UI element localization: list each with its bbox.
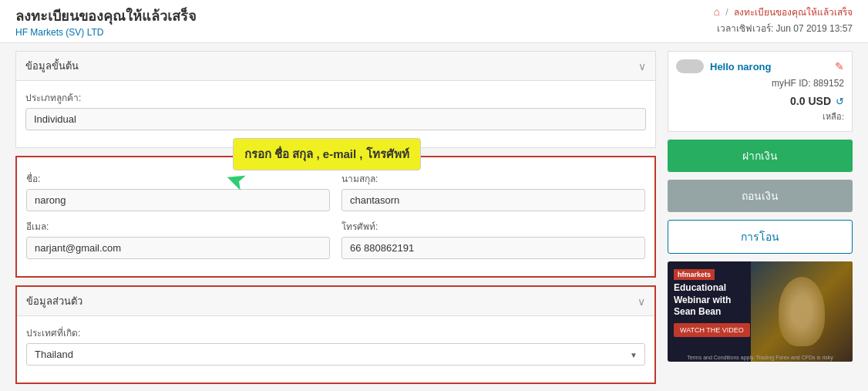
contact-row: อีเมล: โทรศัพท์:: [26, 219, 645, 267]
basic-info-chevron[interactable]: ∨: [638, 60, 646, 72]
ad-person-image: [779, 277, 825, 346]
phone-label: โทรศัพท์:: [341, 219, 645, 234]
form-area: ข้อมูลขั้นต้น ∨ ประเภทลูกค้า: กรอก ชื่อ …: [15, 51, 656, 391]
balance-row: 0.0 USD ↺: [676, 95, 844, 107]
user-greeting: Hello narong: [704, 61, 835, 72]
personal-info-body: ประเทศที่เกิด: Thailand Other: [17, 316, 654, 383]
phone-group: โทรศัพท์:: [341, 219, 645, 259]
name-row: ชื่อ: นามสกุล:: [26, 171, 645, 219]
first-name-col: ชื่อ:: [26, 171, 330, 219]
ad-image-area: [751, 261, 853, 362]
page-title: ลงทะเบียนของคุณให้แล้วเสร็จ: [15, 5, 197, 27]
first-name-group: ชื่อ:: [26, 171, 330, 211]
basic-info-title: ข้อมูลขั้นต้น: [25, 58, 79, 74]
ad-banner: hfmarkets Educational Webinar with Sean …: [668, 261, 853, 362]
last-name-col: นามสกุล:: [341, 171, 645, 219]
personal-details-body: ชื่อ: นามสกุล:: [17, 157, 654, 276]
client-type-group: ประเภทลูกค้า:: [25, 90, 646, 130]
withdraw-button[interactable]: ถอนเงิน: [668, 180, 853, 212]
personal-info-header: ข้อมูลส่วนตัว ∨: [17, 287, 654, 316]
personal-info-chevron[interactable]: ∨: [638, 295, 645, 308]
email-group: อีเมล:: [26, 219, 330, 259]
sidebar: Hello narong ✎ myHF ID: 889152 0.0 USD ↺…: [668, 51, 853, 391]
email-label: อีเมล:: [26, 219, 330, 234]
breadcrumb-text: ลงทะเบียนของคุณให้แล้วเสร็จ: [734, 7, 853, 18]
top-bar: ลงทะเบียนของคุณให้แล้วเสร็จ HF Markets (…: [0, 0, 868, 43]
edit-icon[interactable]: ✎: [835, 60, 844, 72]
breadcrumb-separator: /: [725, 7, 728, 18]
email-col: อีเมล:: [26, 219, 330, 267]
first-name-label: ชื่อ:: [26, 171, 330, 186]
top-bar-right: ⌂ / ลงทะเบียนของคุณให้แล้วเสร็จ เวลาเซิฟ…: [714, 5, 853, 35]
remaining-label: เหลือ:: [676, 110, 844, 123]
basic-info-header: ข้อมูลขั้นต้น ∨: [16, 52, 655, 81]
timestamp: เวลาเซิฟเวอร์: Jun 07 2019 13:57: [714, 21, 853, 35]
country-label: ประเทศที่เกิด:: [26, 325, 645, 340]
hello-text: Hello: [710, 61, 735, 72]
basic-info-body: ประเภทลูกค้า:: [16, 81, 655, 147]
first-name-input[interactable]: [26, 189, 330, 211]
breadcrumb: ⌂ / ลงทะเบียนของคุณให้แล้วเสร็จ: [714, 5, 853, 19]
personal-info-section: ข้อมูลส่วนตัว ∨ ประเทศที่เกิด: Thailand …: [15, 285, 656, 384]
refresh-icon[interactable]: ↺: [836, 96, 844, 107]
email-input[interactable]: [26, 237, 330, 259]
home-icon[interactable]: ⌂: [714, 5, 720, 18]
hf-id: myHF ID: 889152: [676, 78, 844, 89]
personal-info-title: ข้อมูลส่วนตัว: [26, 293, 82, 309]
user-info-box: Hello narong ✎ myHF ID: 889152 0.0 USD ↺…: [668, 51, 853, 132]
client-type-input[interactable]: [25, 108, 646, 130]
ad-brand: hfmarkets: [674, 269, 715, 280]
country-select[interactable]: Thailand Other: [26, 343, 645, 366]
country-group: ประเทศที่เกิด: Thailand Other: [26, 325, 645, 366]
username-text: narong: [737, 61, 771, 72]
transfer-button[interactable]: การโอน: [668, 220, 853, 254]
ad-watch-button[interactable]: WATCH THE VIDEO: [674, 323, 750, 337]
page-wrapper: ลงทะเบียนของคุณให้แล้วเสร็จ HF Markets (…: [0, 0, 868, 391]
last-name-label: นามสกุล:: [341, 171, 645, 186]
user-row: Hello narong ✎: [676, 59, 844, 73]
main-content: ข้อมูลขั้นต้น ∨ ประเภทลูกค้า: กรอก ชื่อ …: [0, 43, 868, 391]
basic-info-section: ข้อมูลขั้นต้น ∨ ประเภทลูกค้า:: [15, 51, 656, 148]
phone-col: โทรศัพท์:: [341, 219, 645, 267]
balance-amount: 0.0 USD: [790, 95, 831, 107]
last-name-group: นามสกุล:: [341, 171, 645, 211]
user-toggle[interactable]: [676, 59, 704, 73]
personal-details-section: กรอก ชื่อ สกุล , e-mail , โทรศัพท์ ➤ ชื่…: [15, 156, 656, 278]
company-name: HF Markets (SV) LTD: [15, 27, 197, 38]
country-select-wrapper: Thailand Other: [26, 343, 645, 366]
ad-disclaimer: Terms and Conditions apply. Trading Fore…: [668, 355, 853, 360]
top-bar-left: ลงทะเบียนของคุณให้แล้วเสร็จ HF Markets (…: [15, 5, 197, 38]
ad-title: Educational Webinar with Sean Bean: [674, 282, 754, 319]
client-type-label: ประเภทลูกค้า:: [25, 90, 646, 105]
deposit-button[interactable]: ฝากเงิน: [668, 140, 853, 172]
ad-content: hfmarkets Educational Webinar with Sean …: [668, 261, 760, 343]
last-name-input[interactable]: [341, 189, 645, 211]
phone-input[interactable]: [341, 237, 645, 259]
